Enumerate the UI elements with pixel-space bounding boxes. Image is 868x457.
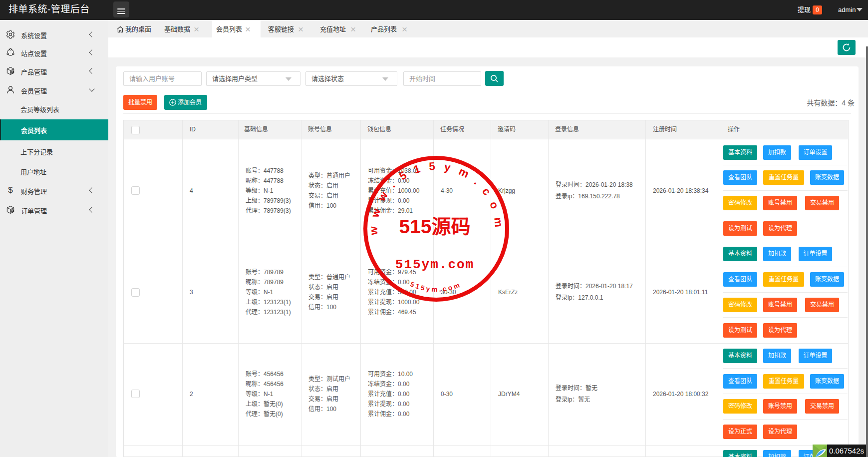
svg-text:5 1 5 y m . c o m: 5 1 5 y m . c o m [409,280,461,293]
svg-text:515ym.com: 515ym.com [395,257,474,272]
svg-text:515源码: 515源码 [399,216,470,237]
